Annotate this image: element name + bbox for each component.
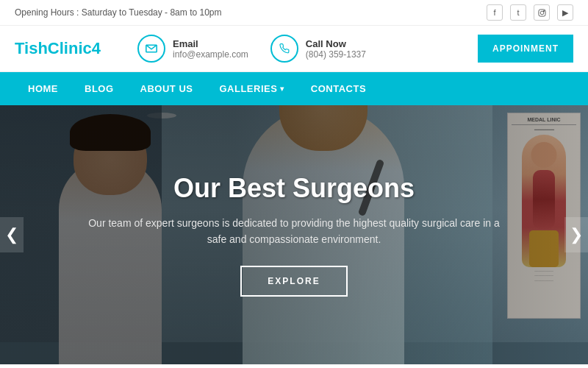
hero-title: Our Best Surgeons: [173, 173, 415, 204]
galleries-dropdown-arrow: ▾: [280, 85, 284, 93]
email-value: info@example.com: [173, 49, 248, 60]
opening-hours: Opening Hours : Saturday to Tuesday - 8a…: [15, 7, 221, 18]
phone-info: Call Now (804) 359-1337: [306, 38, 366, 60]
nav-home[interactable]: HOME: [15, 72, 71, 105]
right-arrow-icon: ❯: [570, 225, 583, 244]
navigation: HOME BLOG ABOUT US GALLERIES ▾ CONTACTS: [0, 72, 588, 105]
logo[interactable]: TishClinic4: [15, 39, 101, 58]
svg-point-1: [540, 11, 544, 15]
email-info: Email info@example.com: [173, 38, 248, 60]
phone-label: Call Now: [306, 38, 366, 49]
hero-content: Our Best Surgeons Our team of expert sur…: [0, 105, 588, 364]
phone-value: (804) 359-1337: [306, 49, 366, 60]
next-slide-button[interactable]: ❯: [564, 217, 588, 252]
header: TishClinic4 Email info@example.com Call …: [0, 26, 588, 72]
top-bar: Opening Hours : Saturday to Tuesday - 8a…: [0, 0, 588, 26]
appointment-button[interactable]: APPOINMENT: [478, 35, 573, 63]
explore-button[interactable]: EXPLORE: [240, 266, 347, 297]
left-arrow-icon: ❮: [5, 225, 18, 244]
nav-galleries[interactable]: GALLERIES ▾: [206, 72, 297, 105]
svg-point-2: [543, 10, 544, 11]
nav-about-us[interactable]: ABOUT US: [127, 72, 207, 105]
phone-contact: Call Now (804) 359-1337: [270, 35, 366, 63]
email-icon: [137, 35, 165, 63]
instagram-icon[interactable]: [534, 4, 550, 21]
social-icons: f t ▶: [487, 4, 573, 21]
hero-subtitle: Our team of expert surgeons is dedicated…: [88, 215, 500, 248]
phone-icon: [270, 35, 298, 63]
nav-contacts[interactable]: CONTACTS: [298, 72, 379, 105]
facebook-icon[interactable]: f: [487, 4, 503, 21]
youtube-icon[interactable]: ▶: [557, 4, 573, 21]
prev-slide-button[interactable]: ❮: [0, 217, 24, 252]
twitter-icon[interactable]: t: [510, 4, 526, 21]
email-contact: Email info@example.com: [137, 35, 248, 63]
hero-section: MEDAL LINIC ━━━━━━━━━ ───────── ────────…: [0, 105, 588, 364]
nav-blog[interactable]: BLOG: [71, 72, 127, 105]
email-label: Email: [173, 38, 248, 49]
